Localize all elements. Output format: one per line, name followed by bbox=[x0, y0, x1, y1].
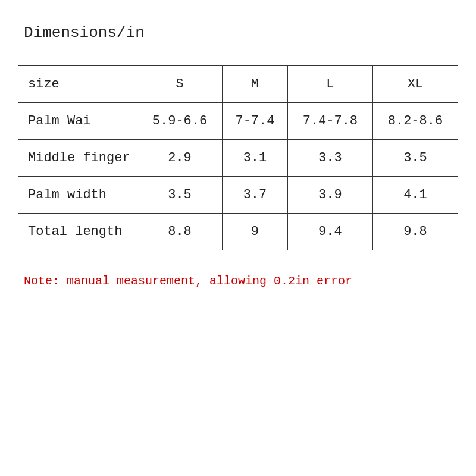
row-cell: 9.8 bbox=[372, 214, 458, 250]
table-row: Palm Wai5.9-6.67-7.47.4-7.88.2-8.6 bbox=[18, 103, 458, 140]
col-header-m: M bbox=[223, 66, 288, 103]
row-cell: 7-7.4 bbox=[223, 103, 288, 140]
page-container: Dimensions/in size S M L XL Palm Wai5.9-… bbox=[0, 0, 476, 476]
row-cell: 2.9 bbox=[137, 140, 223, 177]
row-label: Total length bbox=[18, 214, 137, 250]
row-cell: 3.1 bbox=[223, 140, 288, 177]
row-cell: 5.9-6.6 bbox=[137, 103, 223, 140]
row-cell: 8.2-8.6 bbox=[372, 103, 458, 140]
row-cell: 7.4-7.8 bbox=[287, 103, 372, 140]
table-row: Middle finger2.93.13.33.5 bbox=[18, 140, 458, 177]
row-cell: 9.4 bbox=[287, 214, 372, 250]
note-text: Note: manual measurement, allowing 0.2in… bbox=[24, 274, 458, 288]
row-cell: 3.9 bbox=[287, 177, 372, 214]
table-header-row: size S M L XL bbox=[18, 66, 458, 103]
col-header-size: size bbox=[18, 66, 137, 103]
row-cell: 3.5 bbox=[372, 140, 458, 177]
row-label: Middle finger bbox=[18, 140, 137, 177]
row-cell: 3.3 bbox=[287, 140, 372, 177]
size-table: size S M L XL Palm Wai5.9-6.67-7.47.4-7.… bbox=[18, 65, 458, 250]
col-header-l: L bbox=[287, 66, 372, 103]
row-cell: 3.5 bbox=[137, 177, 223, 214]
row-cell: 8.8 bbox=[137, 214, 223, 250]
table-row: Palm width3.53.73.94.1 bbox=[18, 177, 458, 214]
page-title: Dimensions/in bbox=[24, 24, 458, 42]
row-label: Palm Wai bbox=[18, 103, 137, 140]
table-row: Total length8.899.49.8 bbox=[18, 214, 458, 250]
row-cell: 4.1 bbox=[372, 177, 458, 214]
col-header-s: S bbox=[137, 66, 223, 103]
row-label: Palm width bbox=[18, 177, 137, 214]
row-cell: 9 bbox=[223, 214, 288, 250]
col-header-xl: XL bbox=[372, 66, 458, 103]
row-cell: 3.7 bbox=[223, 177, 288, 214]
